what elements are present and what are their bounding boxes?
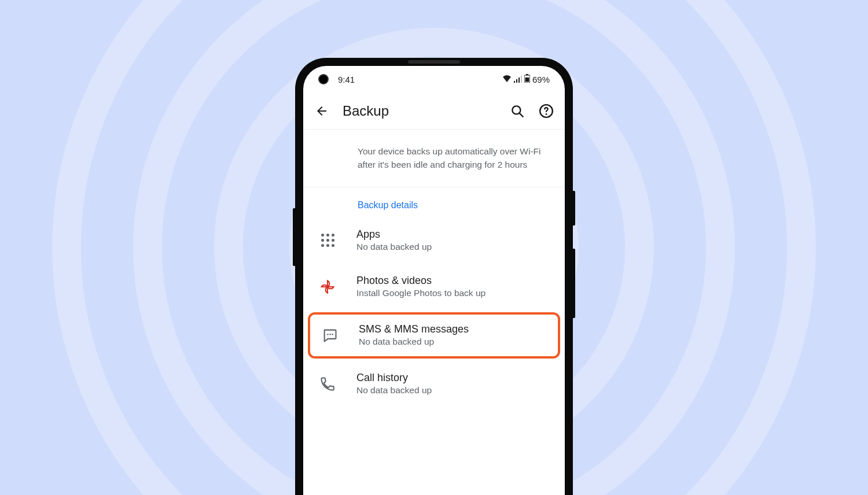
list-item-call-history[interactable]: Call history No data backed up bbox=[303, 361, 565, 407]
list-item-title: Apps bbox=[356, 228, 554, 241]
list-item-subtitle: No data backed up bbox=[356, 242, 554, 252]
help-icon bbox=[539, 104, 554, 119]
svg-rect-3 bbox=[521, 76, 522, 83]
list-item-sms-mms[interactable]: SMS & MMS messages No data backed up bbox=[310, 315, 558, 356]
svg-point-12 bbox=[329, 333, 331, 335]
phone-speaker-notch bbox=[408, 60, 460, 64]
svg-point-10 bbox=[546, 113, 547, 115]
list-item-title: SMS & MMS messages bbox=[359, 323, 552, 335]
list-item-apps[interactable]: Apps No data backed up bbox=[303, 217, 565, 264]
search-button[interactable] bbox=[509, 103, 525, 119]
svg-rect-2 bbox=[518, 77, 520, 83]
backup-info-text: Your device backs up automatically over … bbox=[303, 130, 565, 187]
phone-side-button-right-1 bbox=[573, 191, 575, 226]
status-bar: 9:41 bbox=[303, 66, 565, 93]
app-bar: Backup bbox=[303, 93, 565, 130]
list-item-subtitle: Install Google Photos to back up bbox=[356, 288, 554, 298]
back-button[interactable] bbox=[314, 103, 330, 119]
svg-line-8 bbox=[520, 113, 523, 116]
phone-screen: 9:41 bbox=[303, 66, 565, 495]
list-item-title: Photos & videos bbox=[356, 275, 554, 287]
google-photos-icon bbox=[314, 273, 341, 301]
svg-rect-6 bbox=[525, 77, 529, 82]
phone-frame: 9:41 bbox=[295, 58, 573, 495]
list-item-photos-videos[interactable]: Photos & videos Install Google Photos to… bbox=[303, 264, 565, 310]
search-icon bbox=[510, 104, 525, 119]
messages-icon bbox=[316, 322, 344, 349]
list-item-subtitle: No data backed up bbox=[356, 385, 554, 396]
help-button[interactable] bbox=[538, 103, 554, 119]
phone-icon bbox=[314, 370, 341, 398]
highlight-sms-mms: SMS & MMS messages No data backed up bbox=[308, 312, 560, 359]
arrow-back-icon bbox=[315, 104, 329, 118]
status-battery: 69% bbox=[532, 75, 550, 84]
camera-hole-icon bbox=[318, 74, 329, 84]
list-item-subtitle: No data backed up bbox=[359, 337, 552, 347]
cellular-icon bbox=[514, 75, 522, 84]
phone-side-button-left bbox=[293, 208, 295, 266]
svg-rect-0 bbox=[514, 81, 515, 83]
battery-icon bbox=[524, 74, 530, 84]
list-item-title: Call history bbox=[356, 372, 554, 384]
page-title: Backup bbox=[343, 103, 496, 119]
apps-icon bbox=[314, 227, 341, 254]
section-header-backup-details: Backup details bbox=[303, 187, 565, 217]
phone-side-button-right-2 bbox=[573, 249, 575, 318]
svg-rect-1 bbox=[516, 79, 517, 83]
status-time: 9:41 bbox=[338, 75, 355, 84]
wifi-icon bbox=[502, 75, 512, 84]
svg-point-11 bbox=[327, 333, 329, 335]
svg-point-13 bbox=[332, 333, 333, 335]
